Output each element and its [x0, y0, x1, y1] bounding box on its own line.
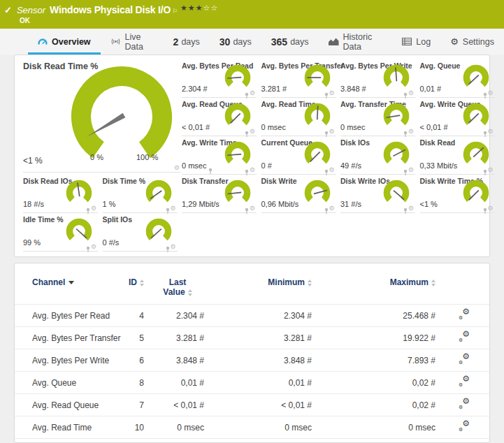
priority-stars[interactable]: ★★★☆☆: [180, 3, 218, 13]
channel-table-panel: ChannelIDLastValueMinimumMaximum Avg. By…: [14, 263, 490, 443]
channel-settings-gears-icon[interactable]: ⚙⚙: [459, 332, 470, 342]
tab-365-days[interactable]: 365days: [261, 29, 319, 55]
gauge-value: 0,01 #: [420, 85, 442, 93]
gauge-cell: Disk Write0,96 Mbit/s⚙: [260, 175, 339, 213]
gauge-cell: Disk Read IOs18 #/s⚙: [22, 175, 101, 213]
pin-icon[interactable]: [482, 208, 488, 214]
channel-settings-gears-icon[interactable]: ⚙⚙: [459, 399, 470, 409]
gear-icon[interactable]: ⚙: [174, 165, 180, 171]
pin-icon[interactable]: [244, 208, 250, 214]
gauge-cell: Avg. Read Time0 msec⚙: [260, 98, 339, 136]
flag-icon[interactable]: ⚐: [172, 8, 178, 15]
divider: [23, 172, 181, 173]
table-row: Avg. Transfer Time110 msec0 msec0 msec⚙⚙: [15, 439, 489, 443]
gauge-cell: Avg. Transfer Time0 msec⚙: [339, 98, 418, 136]
gear-icon[interactable]: ⚙: [91, 244, 96, 250]
pin-icon[interactable]: [85, 246, 91, 252]
gauge-cell: Avg. Read Queue< 0,01 #⚙: [180, 98, 259, 136]
tab-number: 30: [219, 36, 231, 48]
chart-icon: [329, 38, 339, 45]
tab-settings[interactable]: ⚙Settings: [440, 29, 504, 55]
check-icon: ✓: [4, 5, 12, 15]
tab-2-days[interactable]: 2days: [164, 29, 210, 55]
gauge-cell: Disk IOs49 #/s⚙: [339, 136, 418, 175]
cell-channel: Avg. Bytes Per Read: [15, 305, 120, 327]
gear-icon[interactable]: ⚙: [487, 129, 493, 135]
column-header-last[interactable]: LastValue: [147, 273, 208, 305]
cell-id: 4: [120, 305, 147, 327]
gauge-label: Disk Write: [261, 177, 297, 185]
column-header-min[interactable]: Minimum: [208, 273, 315, 305]
channel-settings-gears-icon[interactable]: ⚙⚙: [459, 377, 470, 386]
cell-channel: Avg. Bytes Per Transfer: [15, 327, 120, 349]
gear-icon[interactable]: ⚙: [408, 205, 414, 212]
gear-icon[interactable]: ⚙: [250, 167, 255, 173]
gauge-label: Disk Read: [420, 138, 456, 147]
gauge-label: Avg. Queue: [420, 61, 461, 70]
tab-bar: OverviewLive Data2days30days365daysHisto…: [0, 29, 504, 55]
tab-overview[interactable]: Overview: [28, 29, 101, 55]
gear-icon[interactable]: ⚙: [170, 244, 175, 250]
live-signal-icon: [110, 38, 121, 45]
gauge-cell: Disk Write IOs31 #/s⚙: [339, 175, 418, 213]
sort-desc-icon: [69, 281, 74, 284]
gauge-value: 0 #/s: [103, 238, 120, 247]
channel-settings-gears-icon[interactable]: ⚙⚙: [459, 310, 470, 319]
gear-icon[interactable]: ⚙: [250, 90, 255, 96]
cell-min: 3.848 #: [208, 349, 315, 372]
tab-live-data[interactable]: Live Data: [101, 29, 164, 55]
gear-icon[interactable]: ⚙: [329, 205, 334, 212]
pin-icon[interactable]: [403, 208, 408, 214]
gauge-scale-max: 100 %: [136, 153, 158, 161]
gauge-label: Split IOs: [103, 215, 133, 224]
column-header-channel[interactable]: Channel: [15, 273, 120, 305]
gear-icon[interactable]: ⚙: [329, 129, 334, 135]
gear-icon[interactable]: ⚙: [408, 167, 414, 173]
cell-id: 10: [120, 416, 147, 439]
tab-number: 365: [271, 36, 287, 48]
gear-icon[interactable]: ⚙: [487, 90, 493, 96]
gauge-value: 0,33 Mbit/s: [420, 161, 458, 170]
gear-icon[interactable]: ⚙: [408, 129, 414, 135]
gauge-value: 0,96 Mbit/s: [261, 200, 299, 208]
gear-icon[interactable]: ⚙: [91, 205, 96, 212]
gauge-cell: Disk Transfer1,29 Mbit/s⚙: [180, 175, 259, 213]
gauge-needle: [231, 113, 240, 123]
column-header-id[interactable]: ID: [120, 273, 147, 305]
cell-max: 0 msec: [315, 416, 439, 439]
gauge-value: <1 %: [23, 156, 43, 166]
gauge-value: 1 %: [103, 200, 116, 208]
gear-icon[interactable]: ⚙: [408, 90, 414, 96]
gauge-value: 0 msec: [261, 123, 286, 131]
cell-max: 25.468 #: [315, 305, 439, 327]
gauge-needle: [317, 106, 317, 119]
tab-label: days: [181, 37, 199, 47]
channel-settings-gears-icon[interactable]: ⚙⚙: [459, 421, 470, 431]
tab-30-days[interactable]: 30days: [210, 29, 261, 55]
channel-settings-gears-icon[interactable]: ⚙⚙: [459, 354, 470, 364]
cell-id: 6: [120, 349, 147, 372]
pin-icon[interactable]: [165, 246, 171, 252]
gear-icon[interactable]: ⚙: [250, 205, 255, 212]
gauge-value: 3.848 #: [340, 85, 366, 93]
gear-icon[interactable]: ⚙: [487, 167, 493, 173]
gauge-scale-min: 0 %: [90, 153, 103, 161]
gear-icon[interactable]: ⚙: [487, 205, 493, 212]
gear-icon[interactable]: ⚙: [170, 205, 175, 212]
gear-icon[interactable]: ⚙: [250, 129, 255, 135]
gear-icon[interactable]: ⚙: [329, 90, 334, 96]
page-title: Windows Physical Disk I/O: [50, 4, 171, 15]
cell-min: 0 msec: [208, 416, 315, 439]
tab-historic-data[interactable]: Historic Data: [319, 29, 393, 55]
gear-icon[interactable]: ⚙: [329, 167, 334, 173]
column-header-max[interactable]: Maximum: [315, 273, 439, 305]
cell-id: 11: [120, 439, 147, 443]
gauge-cell: Split IOs0 #/s⚙: [101, 213, 180, 252]
gauge-value: 1,29 Mbit/s: [182, 200, 219, 208]
cell-channel: Avg. Read Time: [15, 416, 120, 439]
pin-icon[interactable]: [324, 208, 329, 214]
gauge-icon: [38, 38, 48, 45]
tab-log[interactable]: Log: [392, 29, 440, 55]
cell-last: 0,01 #: [147, 372, 208, 394]
cell-max: 0,02 #: [315, 394, 439, 416]
